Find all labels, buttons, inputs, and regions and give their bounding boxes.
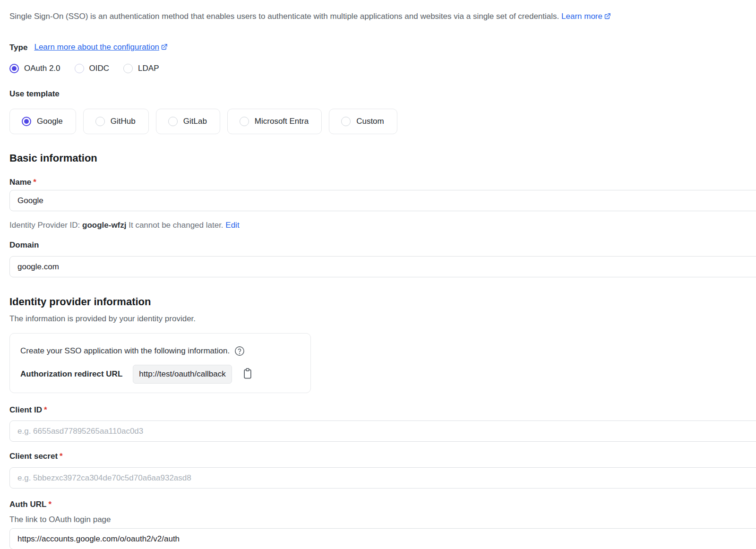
external-link-icon [161,43,168,54]
idp-id-suffix: It cannot be changed later. [127,221,226,230]
info-card-instruction: Create your SSO application with the fol… [20,346,230,356]
radio-option-oauth2[interactable]: OAuth 2.0 [9,64,60,73]
template-card-custom[interactable]: Custom [329,109,397,134]
auth-url-input[interactable] [9,528,756,549]
sso-description-text: Single Sign-On (SSO) is an authenticatio… [9,12,559,21]
identity-provider-information-heading: Identity provider information [9,296,756,308]
help-icon[interactable] [234,346,245,356]
radio-ldap-icon [123,64,133,73]
name-label: Name* [9,179,756,186]
radio-github-icon [95,117,105,126]
required-asterisk: * [60,452,63,461]
radio-oidc-icon [75,64,84,73]
client-secret-label: Client secret* [9,453,756,460]
client-id-input[interactable] [9,420,756,442]
required-asterisk: * [44,405,47,414]
edit-idp-id-link[interactable]: Edit [225,221,239,230]
identity-provider-id-line: Identity Provider ID: google-wfzj It can… [9,220,756,230]
idp-id-value: google-wfzj [82,221,126,230]
copy-redirect-url-button[interactable] [242,368,253,381]
authorization-redirect-row: Authorization redirect URL http://test/o… [20,364,300,385]
radio-custom-icon [341,117,351,126]
external-link-icon [604,12,611,23]
sso-description: Single Sign-On (SSO) is an authenticatio… [9,11,756,23]
template-card-gitlab[interactable]: GitLab [156,109,220,134]
radio-option-oidc[interactable]: OIDC [75,64,110,73]
authorization-redirect-label: Authorization redirect URL [20,369,122,379]
sso-settings-page: Single Sign-On (SSO) is an authenticatio… [0,0,756,549]
auth-url-hint: The link to OAuth login page [9,515,756,524]
auth-url-label: Auth URL* [9,501,756,508]
learn-more-link[interactable]: Learn more [561,12,611,21]
basic-information-heading: Basic information [9,152,756,164]
template-card-google[interactable]: Google [9,109,76,134]
authorization-redirect-value: http://test/oauth/callback [133,365,232,384]
domain-label: Domain [9,241,756,249]
template-card-github[interactable]: GitHub [83,109,149,134]
info-card-instruction-row: Create your SSO application with the fol… [20,346,300,356]
name-input[interactable] [9,190,756,211]
required-asterisk: * [48,500,52,509]
radio-option-ldap[interactable]: LDAP [123,64,159,73]
template-card-group: Google GitHub GitLab Microsoft Entra Cus… [9,109,756,134]
clipboard-icon [242,368,253,381]
type-section-header: Type Learn more about the configuration [9,42,756,54]
client-id-label: Client ID* [9,406,756,414]
radio-gitlab-icon [168,117,178,126]
radio-oauth2-icon [9,64,19,73]
protocol-radio-group: OAuth 2.0 OIDC LDAP [9,63,756,74]
template-card-microsoft-entra[interactable]: Microsoft Entra [227,109,322,134]
radio-google-icon [22,117,31,126]
client-secret-input[interactable] [9,467,756,489]
radio-microsoft-entra-icon [240,117,249,126]
use-template-label: Use template [9,89,756,99]
idp-id-prefix: Identity Provider ID: [9,221,82,230]
sso-application-info-card: Create your SSO application with the fol… [9,333,311,393]
identity-provider-subheading: The information is provided by your iden… [9,314,756,324]
required-asterisk: * [33,178,36,187]
domain-input[interactable] [9,256,756,277]
configuration-docs-link[interactable]: Learn more about the configuration [34,42,168,54]
type-label: Type [9,42,27,53]
